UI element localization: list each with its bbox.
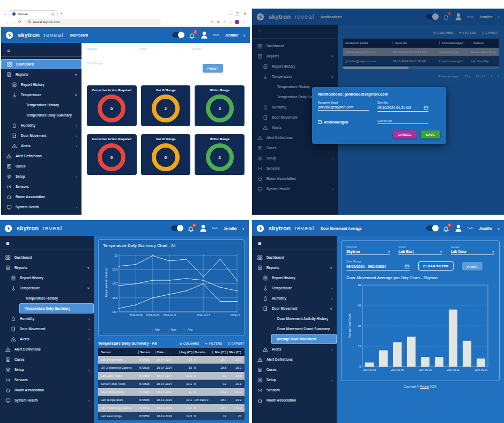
- sensor-select[interactable]: SensorLab Door∨: [451, 245, 494, 255]
- sidebar-item-dashboard[interactable]: Dashboard: [252, 252, 337, 262]
- hamburger-menu-icon[interactable]: ≡: [0, 236, 94, 250]
- user-name[interactable]: Jennifer: [225, 33, 238, 37]
- maximize-button[interactable]: ▢: [236, 12, 240, 16]
- sidebar-item-room-association[interactable]: Room Association: [252, 395, 337, 405]
- sidebar-item-alerts[interactable]: Alerts›: [0, 334, 94, 344]
- sidebar-item-setup[interactable]: Setup›: [0, 364, 94, 375]
- cancel-button[interactable]: CANCEL: [393, 130, 417, 138]
- back-icon[interactable]: ←: [5, 20, 9, 24]
- sidebar-item-report-history[interactable]: Report History: [0, 273, 94, 283]
- hospital-select[interactable]: HospitalSkytron∨: [87, 47, 131, 57]
- table-row[interactable]: OR2 Temperature67069610-14-202421020.921…: [98, 388, 244, 396]
- sidebar-item-system-health[interactable]: System Health›: [0, 395, 94, 405]
- minimize-button[interactable]: –: [229, 12, 232, 16]
- forward-icon[interactable]: →: [12, 20, 16, 24]
- browser-profile-avatar[interactable]: [235, 20, 239, 24]
- sidebar-item-temperature-history[interactable]: Temperature History: [0, 293, 94, 303]
- hospital-select[interactable]: HospitalSkytron∨: [346, 245, 390, 255]
- date-range-field[interactable]: Date Range10/15/2024 - 10/15/2024: [87, 62, 150, 72]
- sidebar-item-reports[interactable]: Reports∨: [1, 69, 81, 79]
- sidebar-item-alert-definitions[interactable]: Alert Definitions: [252, 354, 337, 364]
- sidebar-item-reports[interactable]: Reports∨: [252, 262, 337, 273]
- sidebar-item-temperature-history[interactable]: Temperature History: [1, 100, 81, 110]
- chevron-down-icon[interactable]: ∨: [242, 227, 244, 230]
- sidebar-item-temperature[interactable]: Temperature∨: [1, 90, 81, 100]
- sidebar-item-room-association[interactable]: Room Association: [0, 385, 94, 395]
- user-name[interactable]: Jennifer: [479, 227, 492, 230]
- calendar-icon[interactable]: [145, 66, 150, 71]
- user-avatar[interactable]: [454, 224, 463, 232]
- tab-search-icon[interactable]: ⌄: [3, 12, 6, 16]
- column-header-avg-c[interactable]: Avg (C°): [179, 351, 193, 354]
- column-header-min-c[interactable]: Min (C°): [212, 351, 227, 354]
- filters-button[interactable]: ▼ FILTERS: [205, 342, 223, 345]
- menu-icon[interactable]: ⋮: [242, 20, 246, 24]
- user-avatar[interactable]: [200, 31, 209, 39]
- clear-filter-button[interactable]: CLEAR FILTER: [159, 63, 194, 72]
- sidebar-item-setup[interactable]: Setup›: [1, 171, 81, 181]
- table-row[interactable]: Lab East Fridge67085910-13-202419.301920: [98, 412, 244, 420]
- sidebar-item-temperature[interactable]: Temperature›: [252, 283, 337, 293]
- hamburger-menu-icon[interactable]: ≡: [252, 236, 337, 250]
- hamburger-menu-icon[interactable]: ≡: [1, 43, 81, 57]
- reveal-link[interactable]: Reveal: [420, 385, 429, 388]
- save-button[interactable]: SAVE: [421, 130, 440, 138]
- bookmark-icon[interactable]: ☆: [223, 20, 226, 24]
- calendar-icon[interactable]: [424, 105, 428, 110]
- table-row[interactable]: OR 2 Warming Cabinet67081610-14-20241901…: [98, 364, 244, 372]
- sidebar-item-temperature-daily-summary[interactable]: Temperature Daily Summary: [1, 110, 81, 120]
- sidebar-item-temperature[interactable]: Temperature∨: [0, 283, 94, 293]
- sidebar-item-humidity[interactable]: Humidity›: [252, 293, 337, 303]
- legend-item-min[interactable]: →Min: [150, 328, 160, 331]
- checkbox-icon[interactable]: [318, 120, 322, 124]
- column-header-sensor[interactable]: Sensor: [100, 351, 138, 354]
- comment-input[interactable]: Comment: [377, 119, 428, 124]
- user-name[interactable]: Jennifer: [224, 227, 237, 230]
- site-info-icon[interactable]: ⇅: [28, 20, 31, 24]
- tab-group-icon[interactable]: ⧉: [217, 20, 220, 24]
- sidebar-item-cases[interactable]: Cases: [0, 354, 94, 364]
- sidebar-item-sensors[interactable]: Sensors: [1, 181, 81, 192]
- chevron-down-icon[interactable]: ∨: [243, 33, 246, 37]
- extensions-icon[interactable]: ◔: [229, 20, 232, 24]
- print-button[interactable]: PRINT: [203, 64, 223, 72]
- column-header-sensor[interactable]: Sensor ..: [138, 351, 155, 354]
- clear-filter-button[interactable]: CLEAR FILTER: [418, 261, 454, 271]
- column-header-date[interactable]: Date ↓: [155, 351, 179, 354]
- sidebar-item-door-movement[interactable]: Door Movement∨: [252, 303, 337, 313]
- sidebar-item-alerts[interactable]: Alerts›: [252, 344, 337, 354]
- sidebar-item-setup[interactable]: Setup›: [252, 375, 337, 385]
- theme-toggle[interactable]: [171, 225, 183, 231]
- sensor-select[interactable]: SensorSelect∨: [192, 47, 236, 57]
- legend-item-avg[interactable]: →Avg: [183, 328, 192, 331]
- browser-tab[interactable]: Reveal ✕: [9, 10, 58, 17]
- notifications-bell[interactable]: 2: [188, 225, 194, 231]
- password-icon[interactable]: ⌥: [210, 20, 214, 24]
- user-avatar[interactable]: [199, 224, 207, 232]
- calendar-icon[interactable]: [405, 264, 410, 269]
- sidebar-item-sensors[interactable]: Sensors: [252, 385, 337, 395]
- tab-close-icon[interactable]: ✕: [51, 12, 54, 16]
- notifications-bell[interactable]: 2: [443, 225, 449, 231]
- sidebar-item-cases[interactable]: Cases: [252, 364, 337, 375]
- export-button[interactable]: ↧ EXPORT: [228, 342, 245, 345]
- sidebar-item-average-door-movement[interactable]: Average Door Movement: [271, 334, 337, 344]
- sidebar-item-report-history[interactable]: Report History: [1, 79, 81, 90]
- sidebar-item-dashboard[interactable]: Dashboard: [1, 59, 81, 69]
- room-select[interactable]: RoomSelect∨: [139, 47, 183, 57]
- sidebar-item-door-movement[interactable]: Door Movement›: [1, 130, 81, 141]
- sidebar-item-room-association[interactable]: Room Association: [1, 192, 81, 202]
- table-row[interactable]: OR 2 Warming Cabinet67081610-13-202419.2…: [98, 404, 244, 412]
- table-row[interactable]: Lab Temperature67069510-13-202419.117h 0…: [98, 396, 244, 404]
- sidebar-item-system-health[interactable]: System Health›: [1, 202, 81, 212]
- sidebar-item-report-history[interactable]: Report History: [252, 273, 337, 283]
- sidebar-item-sensors[interactable]: Sensors: [0, 375, 94, 385]
- column-header-max-c[interactable]: Max (C°): [227, 351, 242, 354]
- new-tab-button[interactable]: +: [60, 11, 63, 16]
- room-select[interactable]: RoomLab East∨: [398, 245, 442, 255]
- acknowledged-checkbox[interactable]: Acknowledged: [318, 120, 369, 124]
- sidebar-item-humidity[interactable]: Humidity›: [0, 313, 94, 324]
- table-row[interactable]: Server Rack Temp67081810-14-202419.10191…: [98, 380, 244, 388]
- sidebar-item-alerts[interactable]: Alerts›: [1, 141, 81, 151]
- print-button[interactable]: PRINT: [462, 262, 483, 271]
